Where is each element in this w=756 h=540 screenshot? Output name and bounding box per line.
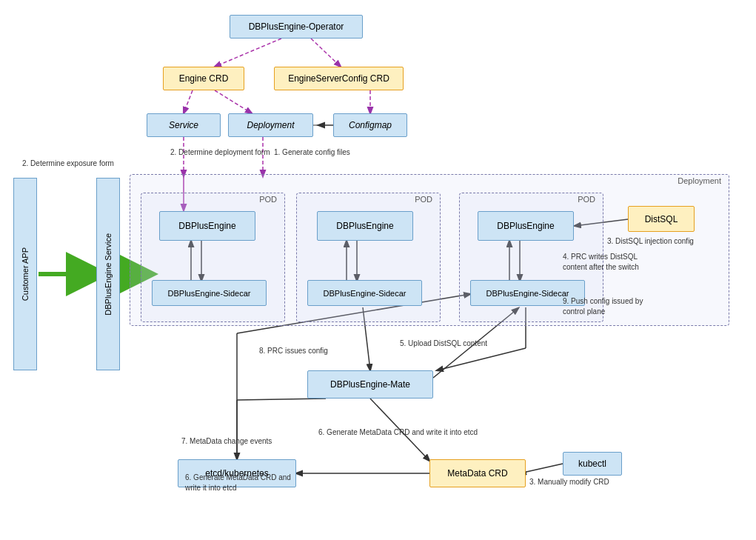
distsql-box: DistSQL xyxy=(628,206,695,232)
label-prc-issues: 8. PRC issues config xyxy=(259,347,328,355)
pod1-engine-label: DBPlusEngine xyxy=(178,221,235,231)
deployment-label: Deployment xyxy=(247,120,294,130)
svg-line-1 xyxy=(311,39,341,67)
kubectl-label: kubectl xyxy=(578,459,606,469)
configmap-label: Configmap xyxy=(349,120,392,130)
label-prc-writes: 4. PRC writes DistSQL content after the … xyxy=(563,252,659,273)
label-exposure: 2. Determine exposure form xyxy=(22,159,114,167)
service-box: Service xyxy=(147,113,221,137)
pod2-engine-box: DBPlusEngine xyxy=(317,211,413,241)
label-config-files: 1. Generate config files xyxy=(274,148,350,156)
service-label: Service xyxy=(169,120,198,130)
label-generate-meta: 6. Generate MetaData CRD and write it in… xyxy=(318,428,478,436)
pod3-engine-box: DBPlusEngine xyxy=(478,211,574,241)
engine-crd-box: Engine CRD xyxy=(163,67,244,90)
configmap-box: Configmap xyxy=(333,113,407,137)
pod3-sidecar-label: DBPlusEngine-Sidecar xyxy=(486,289,569,298)
pod3-engine-label: DBPlusEngine xyxy=(497,221,554,231)
mate-box: DBPlusEngine-Mate xyxy=(307,370,433,399)
engine-server-crd-label: EngineServerConfig CRD xyxy=(288,73,389,84)
svg-line-20 xyxy=(237,399,326,400)
diagram: Deployment POD POD POD Customer APP DBPl… xyxy=(0,0,756,540)
mate-label: DBPlusEngine-Mate xyxy=(330,379,410,390)
pod1-engine-box: DBPlusEngine xyxy=(159,211,255,241)
deployment-region-label: Deployment xyxy=(678,176,721,185)
operator-box: DBPlusEngine-Operator xyxy=(230,15,363,39)
pod1-sidecar-label: DBPlusEngine-Sidecar xyxy=(168,289,251,298)
pod3-label: POD xyxy=(578,195,595,204)
pod1-sidecar-box: DBPlusEngine-Sidecar xyxy=(152,280,267,306)
label-generate-meta2: 6. Generate MetaData CRD and write it in… xyxy=(185,473,304,493)
svg-line-18 xyxy=(437,348,526,370)
label-push-config: 9. Push config issued by control plane xyxy=(563,296,666,317)
engine-crd-label: Engine CRD xyxy=(179,73,229,84)
pod2-engine-label: DBPlusEngine xyxy=(336,221,393,231)
svg-line-0 xyxy=(215,39,281,67)
svg-line-26 xyxy=(520,464,563,473)
distsql-label: DistSQL xyxy=(645,214,678,224)
operator-label: DBPlusEngine-Operator xyxy=(249,21,344,32)
metadata-crd-box: MetaData CRD xyxy=(429,459,526,487)
deployment-box: Deployment xyxy=(228,113,313,137)
customer-app-label: Customer APP xyxy=(21,247,30,301)
label-upload: 5. Upload DistSQL content xyxy=(400,339,487,347)
label-deployment-form: 2. Determine deployment form xyxy=(170,148,270,156)
kubectl-box: kubectl xyxy=(563,452,622,476)
pod1-label: POD xyxy=(259,195,277,204)
label-manual-modify: 3. Manually modify CRD xyxy=(529,478,609,486)
pod2-label: POD xyxy=(415,195,432,204)
svg-line-2 xyxy=(184,90,193,113)
dbplusengine-service-box: DBPlusEngine Service xyxy=(96,178,120,370)
label-distsql-inject: 3. DistSQL injection config xyxy=(607,237,694,245)
pod2-sidecar-label: DBPlusEngine-Sidecar xyxy=(324,289,407,298)
metadata-crd-label: MetaData CRD xyxy=(447,468,507,479)
pod2-sidecar-box: DBPlusEngine-Sidecar xyxy=(307,280,422,306)
engine-server-crd-box: EngineServerConfig CRD xyxy=(274,67,404,90)
dbplusengine-service-label: DBPlusEngine Service xyxy=(104,233,113,316)
customer-app-box: Customer APP xyxy=(13,178,37,370)
label-meta-change: 7. MetaData change events xyxy=(181,437,272,445)
svg-line-3 xyxy=(215,90,252,113)
